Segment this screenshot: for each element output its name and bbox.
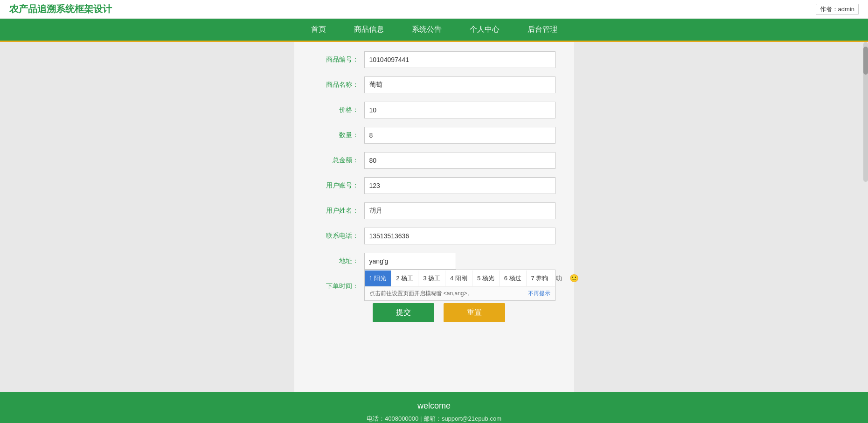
autocomplete-more[interactable]: 叻: [553, 270, 565, 286]
author-info: 作者：admin: [816, 4, 859, 15]
field-row-address: 地址： 1 阳光 2 杨工 3 扬工 4 阳刚 5 杨光 6 杨过 7 养狗 叻…: [322, 253, 556, 270]
label-user-name: 用户姓名：: [322, 207, 364, 215]
input-user-name[interactable]: [364, 202, 556, 219]
scrollbar[interactable]: [863, 42, 868, 182]
field-row-product-id: 商品编号：: [322, 51, 556, 68]
nav-admin[interactable]: 后台管理: [528, 25, 557, 35]
autocomplete-option-4[interactable]: 4 阳刚: [445, 270, 472, 286]
field-row-price: 价格：: [322, 102, 556, 118]
autocomplete-option-7[interactable]: 7 养狗: [527, 270, 554, 286]
field-row-user-account: 用户账号：: [322, 177, 556, 194]
label-total: 总金额：: [322, 156, 364, 165]
site-title: 农产品追溯系统框架设计: [9, 3, 112, 15]
nav-products[interactable]: 商品信息: [354, 25, 384, 35]
autocomplete-option-5[interactable]: 5 杨光: [472, 270, 500, 286]
top-header: 农产品追溯系统框架设计 作者：admin: [0, 0, 868, 19]
form-card: 商品编号： 商品名称： 价格： 数量： 总金额： 用户账号：: [294, 42, 574, 392]
field-row-total: 总金额：: [322, 152, 556, 169]
field-row-product-name: 商品名称：: [322, 76, 556, 93]
autocomplete-option-3[interactable]: 3 扬工: [418, 270, 445, 286]
reset-button[interactable]: 重置: [444, 303, 505, 322]
label-quantity: 数量：: [322, 131, 364, 139]
field-row-user-name: 用户姓名：: [322, 202, 556, 219]
autocomplete-emoji-button[interactable]: 🙂: [565, 270, 583, 286]
label-price: 价格：: [322, 106, 364, 114]
field-row-phone: 联系电话：: [322, 228, 556, 244]
footer-contact: 电话：4008000000 | 邮箱：support@21epub.com: [9, 415, 859, 423]
address-container: 1 阳光 2 杨工 3 扬工 4 阳刚 5 杨光 6 杨过 7 养狗 叻 🙂 点…: [364, 253, 556, 270]
autocomplete-hint: 点击前往设置页面开启模糊音 <an,ang>。 不再提示: [365, 287, 555, 300]
form-buttons: 提交 重置: [322, 303, 556, 332]
page-content: 商品编号： 商品名称： 价格： 数量： 总金额： 用户账号：: [0, 42, 868, 392]
input-product-name[interactable]: [364, 76, 556, 93]
label-phone: 联系电话：: [322, 232, 364, 240]
autocomplete-hint-text: 点击前往设置页面开启模糊音 <an,ang>。: [369, 290, 473, 298]
autocomplete-options-row: 1 阳光 2 杨工 3 扬工 4 阳刚 5 杨光 6 杨过 7 养狗 叻 🙂: [365, 270, 555, 287]
label-user-account: 用户账号：: [322, 181, 364, 190]
autocomplete-option-2[interactable]: 2 杨工: [391, 270, 418, 286]
scrollbar-thumb[interactable]: [863, 47, 868, 75]
autocomplete-dropdown: 1 阳光 2 杨工 3 扬工 4 阳刚 5 杨光 6 杨过 7 养狗 叻 🙂 点…: [364, 270, 556, 301]
input-address[interactable]: [364, 253, 456, 270]
nav-notices[interactable]: 系统公告: [412, 25, 442, 35]
label-order-time: 下单时间：: [322, 282, 364, 291]
input-product-id[interactable]: [364, 51, 556, 68]
footer: welcome 电话：4008000000 | 邮箱：support@21epu…: [0, 392, 868, 423]
nav-bar: 首页 商品信息 系统公告 个人中心 后台管理: [0, 19, 868, 42]
input-user-account[interactable]: [364, 177, 556, 194]
field-row-quantity: 数量：: [322, 127, 556, 144]
label-product-name: 商品名称：: [322, 81, 364, 89]
input-price[interactable]: [364, 102, 556, 118]
nav-home[interactable]: 首页: [311, 25, 326, 35]
autocomplete-option-1[interactable]: 1 阳光: [365, 270, 392, 286]
label-product-id: 商品编号：: [322, 55, 364, 64]
autocomplete-no-remind[interactable]: 不再提示: [528, 290, 550, 298]
autocomplete-option-6[interactable]: 6 杨过: [500, 270, 527, 286]
input-phone[interactable]: [364, 228, 556, 244]
input-quantity[interactable]: [364, 127, 556, 144]
submit-button[interactable]: 提交: [373, 303, 434, 322]
label-address: 地址：: [322, 257, 364, 265]
footer-welcome: welcome: [9, 401, 859, 411]
nav-profile[interactable]: 个人中心: [470, 25, 500, 35]
input-total[interactable]: [364, 152, 556, 169]
